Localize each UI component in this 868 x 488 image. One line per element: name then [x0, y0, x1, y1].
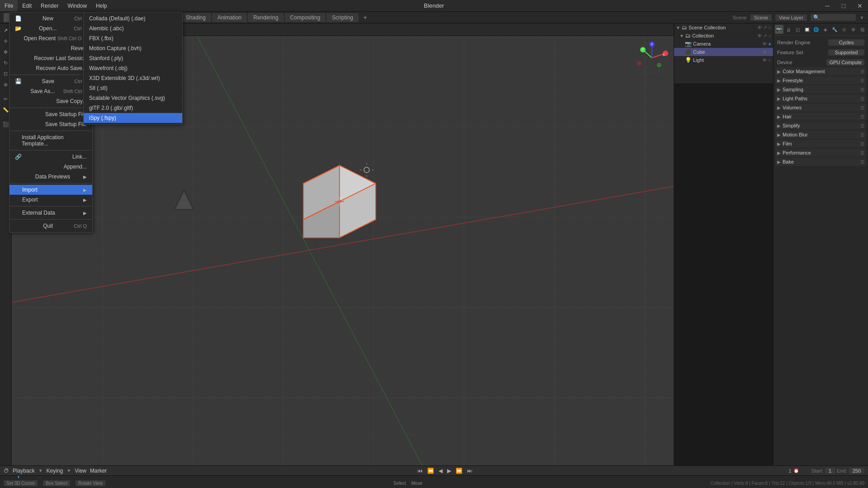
- render-icon[interactable]: ○: [768, 25, 771, 31]
- menu-revert[interactable]: Revert: [9, 43, 92, 53]
- render-icon-camera[interactable]: ●: [768, 41, 771, 47]
- end-frame[interactable]: 250: [849, 468, 864, 474]
- particles-icon[interactable]: ⊙: [840, 25, 849, 34]
- tab-compositing[interactable]: Compositing: [285, 13, 326, 22]
- menu-recover-auto[interactable]: Recover Auto Save...: [9, 63, 92, 73]
- cursor-icon[interactable]: ↗: [763, 25, 767, 31]
- menu-quit[interactable]: Quit Ctrl Q: [9, 221, 92, 231]
- import-dae[interactable]: Collada (Default) (.dae): [84, 14, 182, 23]
- performance-menu[interactable]: ☰: [860, 150, 864, 155]
- render-icon-2[interactable]: ○: [768, 33, 771, 39]
- import-fspy[interactable]: iSpy (.fspy): [84, 113, 182, 123]
- menu-install-template[interactable]: Install Application Template...: [9, 132, 92, 149]
- light-paths-menu[interactable]: ☰: [860, 96, 864, 101]
- eye-icon[interactable]: 👁: [757, 25, 762, 31]
- bake-menu[interactable]: ☰: [860, 160, 864, 164]
- simplify-menu[interactable]: ☰: [860, 123, 864, 128]
- scene-selector[interactable]: Scene: [750, 14, 772, 21]
- add-workspace-button[interactable]: +: [359, 13, 371, 23]
- light-paths-header[interactable]: ▶ Light Paths ☰: [775, 94, 866, 103]
- menu-append[interactable]: Append...: [9, 162, 92, 172]
- motion-blur-menu[interactable]: ☰: [860, 132, 864, 137]
- simplify-header[interactable]: ▶ Simplify ☰: [775, 122, 866, 130]
- step-back-button[interactable]: ⏪: [426, 468, 435, 474]
- volumes-header[interactable]: ▶ Volumes ☰: [775, 103, 866, 112]
- sampling-header[interactable]: ▶ Sampling ☰: [775, 85, 866, 94]
- freestyle-header[interactable]: ▶ Freestyle ☰: [775, 76, 866, 84]
- menu-load-factory[interactable]: Save Startup File: [9, 119, 92, 129]
- eye-icon-cube[interactable]: 👁: [762, 49, 767, 55]
- menu-open-recent[interactable]: Open Recent Shift Ctrl O ▶: [9, 33, 92, 43]
- eye-icon-camera[interactable]: 👁: [762, 41, 767, 47]
- object-props-icon[interactable]: ◈: [821, 25, 830, 34]
- import-gltf[interactable]: glTF 2.0 (.glb/.gltf): [84, 103, 182, 113]
- import-svg[interactable]: Scalable Vector Graphics (.svg): [84, 93, 182, 103]
- menu-file[interactable]: File: [0, 0, 18, 11]
- outliner-item-scene-collection[interactable]: ▼ 🗂 Scene Collection 👁 ↗ ○: [674, 23, 773, 32]
- eye-icon-light[interactable]: 👁: [762, 57, 767, 63]
- start-frame[interactable]: 1: [825, 468, 835, 474]
- bake-header[interactable]: ▶ Bake ☰: [775, 158, 866, 166]
- menu-save[interactable]: 💾 Save Ctrl S: [9, 76, 92, 86]
- minimize-button[interactable]: ─: [819, 0, 835, 12]
- import-obj[interactable]: Wavefront (.obj): [84, 63, 182, 73]
- menu-import[interactable]: Import ▶: [9, 185, 92, 195]
- menu-render[interactable]: Render: [36, 0, 63, 11]
- playback-label[interactable]: Playback: [13, 468, 35, 474]
- marker-label[interactable]: Marker: [90, 468, 107, 474]
- import-bvh[interactable]: Motion Capture (.bvh): [84, 43, 182, 53]
- hair-menu[interactable]: ☰: [860, 114, 864, 119]
- device-value[interactable]: GPU Compute: [826, 59, 864, 66]
- menu-edit[interactable]: Edit: [18, 0, 36, 11]
- import-ply[interactable]: Stanford (.ply): [84, 53, 182, 63]
- render-icon-light[interactable]: ○: [768, 57, 771, 63]
- performance-header[interactable]: ▶ Performance ☰: [775, 149, 866, 157]
- timeline-menu-icon[interactable]: ⏱: [4, 468, 9, 474]
- motion-blur-header[interactable]: ▶ Motion Blur ☰: [775, 131, 866, 139]
- menu-export[interactable]: Export ▶: [9, 195, 92, 205]
- keying-arrow[interactable]: ▼: [66, 468, 71, 473]
- outliner-item-camera[interactable]: 📷 Camera 👁 ●: [674, 40, 773, 48]
- volumes-menu[interactable]: ☰: [860, 105, 864, 110]
- close-button[interactable]: ✕: [852, 0, 868, 12]
- jump-end-button[interactable]: ⏭: [466, 468, 474, 474]
- eye-icon-2[interactable]: 👁: [757, 33, 762, 39]
- filter-icon[interactable]: ▼: [859, 15, 864, 20]
- menu-new[interactable]: 📄 New Ctrl N: [9, 14, 92, 23]
- menu-link[interactable]: 🔗 Link...: [9, 152, 92, 162]
- color-management-header[interactable]: ▶ Color Management ☰: [775, 67, 866, 75]
- playback-arrow[interactable]: ▼: [38, 468, 43, 473]
- frame-number[interactable]: 1: [788, 468, 791, 474]
- import-fbx[interactable]: FBX (.fbx): [84, 33, 182, 43]
- menu-external-data[interactable]: External Data ▶: [9, 208, 92, 218]
- tab-shading[interactable]: Shading: [180, 13, 211, 22]
- import-x3d[interactable]: X3D Extensible 3D (.x3d/.wrl): [84, 73, 182, 83]
- modifiers-icon[interactable]: 🔧: [830, 25, 839, 34]
- menu-save-as[interactable]: Save As... Shift Ctrl S: [9, 86, 92, 96]
- menu-recover-last[interactable]: Recover Last Session: [9, 53, 92, 63]
- color-mgmt-menu[interactable]: ☰: [860, 69, 864, 74]
- render-engine-value[interactable]: Cycles: [828, 39, 864, 46]
- outliner-item-cube[interactable]: ⬛ Cube 👁 ○: [674, 48, 773, 56]
- sampling-menu[interactable]: ☰: [860, 87, 864, 92]
- tab-animation[interactable]: Animation: [212, 13, 247, 22]
- step-forward-button[interactable]: ⏩: [454, 468, 464, 474]
- tab-scripting[interactable]: Scripting: [326, 13, 359, 22]
- render-icon-cube[interactable]: ○: [768, 49, 771, 55]
- feature-set-value[interactable]: Supported: [828, 49, 864, 56]
- film-header[interactable]: ▶ Film ☰: [775, 140, 866, 148]
- menu-window[interactable]: Window: [63, 0, 91, 11]
- cursor-icon-2[interactable]: ↗: [763, 33, 767, 39]
- view-label[interactable]: View: [75, 468, 86, 474]
- play-back-button[interactable]: ◀: [437, 468, 444, 474]
- outliner-item-light[interactable]: 💡 Light 👁 ○: [674, 56, 773, 64]
- world-props-icon[interactable]: 🌐: [812, 25, 821, 34]
- tab-rendering[interactable]: Rendering: [248, 13, 283, 22]
- menu-data-previews[interactable]: Data Previews ▶: [9, 172, 92, 182]
- menu-save-copy[interactable]: Save Copy...: [9, 96, 92, 106]
- render-props-icon[interactable]: 📷: [775, 25, 783, 34]
- search-input-header[interactable]: 🔍: [811, 14, 856, 21]
- import-abc[interactable]: Alembic (.abc): [84, 23, 182, 33]
- keying-label[interactable]: Keying: [47, 468, 63, 474]
- view-layer-props-icon[interactable]: ◫: [793, 25, 802, 34]
